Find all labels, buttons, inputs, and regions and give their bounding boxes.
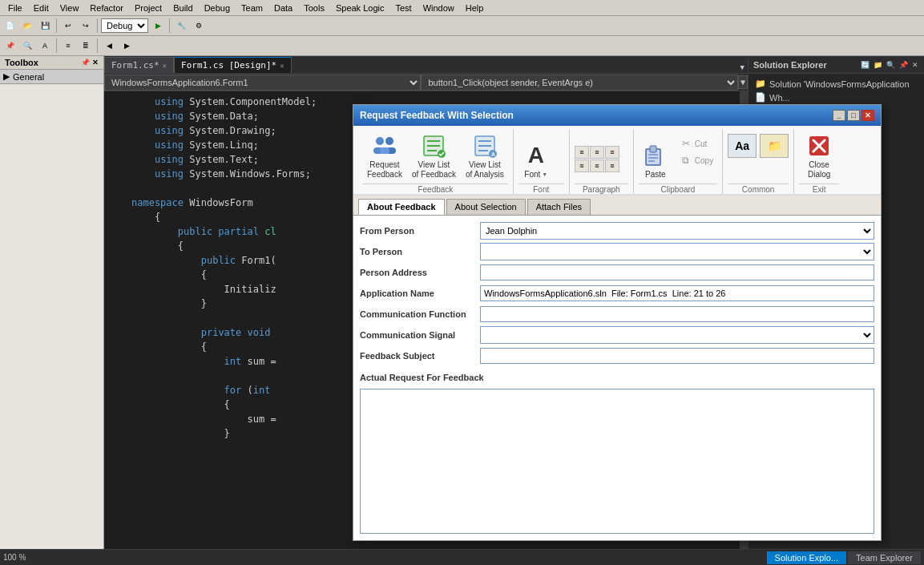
- bottom-tab-solution[interactable]: Solution Explo...: [767, 551, 847, 564]
- from-person-select[interactable]: Jean Dolphin: [480, 222, 874, 240]
- menu-speaklogic[interactable]: Speak Logic: [331, 2, 389, 14]
- debug-combo[interactable]: Debug: [101, 18, 148, 33]
- se-icon1[interactable]: 🔄: [860, 60, 870, 70]
- tab-form1-design-close[interactable]: ✕: [280, 62, 284, 70]
- tb2-btn4[interactable]: ≡: [60, 38, 76, 54]
- align-right-btn[interactable]: ≡: [605, 146, 619, 159]
- play-btn[interactable]: ▶: [150, 18, 166, 34]
- new-btn[interactable]: 📄: [2, 18, 18, 34]
- person-address-input[interactable]: [480, 264, 874, 280]
- dialog-minimize-btn[interactable]: _: [833, 110, 845, 121]
- menu-build[interactable]: Build: [168, 2, 197, 14]
- application-name-input[interactable]: [480, 285, 874, 301]
- svg-text:A: A: [491, 151, 495, 157]
- actual-request-textarea-row: [360, 389, 874, 534]
- to-person-row: To Person: [360, 243, 874, 260]
- menu-data[interactable]: Data: [269, 2, 297, 14]
- open-btn[interactable]: 📂: [19, 18, 35, 34]
- actual-request-textarea[interactable]: [360, 389, 874, 534]
- application-name-label: Application Name: [360, 289, 480, 298]
- se-item-solution[interactable]: 📁 Solution 'WindowsFormsApplication: [752, 77, 921, 91]
- se-icon3[interactable]: 🔍: [886, 60, 896, 70]
- undo-btn[interactable]: ↩: [60, 18, 76, 34]
- close-dialog-btn[interactable]: Close Dialog: [799, 131, 839, 182]
- font-btn[interactable]: A Font ▼: [518, 131, 554, 182]
- menu-file[interactable]: File: [3, 2, 27, 14]
- ribbon-feedback-buttons: Request Feedback: [363, 131, 508, 182]
- view-list-feedback-label: View List of Feedback: [412, 160, 456, 180]
- menu-tools[interactable]: Tools: [299, 2, 329, 14]
- ribbon-para-group-label: Paragraph: [575, 184, 628, 194]
- menu-test[interactable]: Test: [390, 2, 416, 14]
- menu-help[interactable]: Help: [461, 2, 489, 14]
- tb2-btn7[interactable]: ▶: [119, 38, 135, 54]
- menu-view[interactable]: View: [55, 2, 84, 14]
- dialog-maximize-btn[interactable]: □: [847, 110, 860, 121]
- view-list-feedback-icon: [421, 133, 446, 159]
- request-feedback-btn[interactable]: Request Feedback: [363, 131, 406, 182]
- align-left-btn[interactable]: ≡: [575, 146, 589, 159]
- se-item-wh[interactable]: 📄 Wh...: [752, 91, 921, 104]
- tab-about-feedback[interactable]: About Feedback: [358, 199, 445, 215]
- tab-form1cs-close[interactable]: ✕: [163, 62, 167, 70]
- tab-attach-files[interactable]: Attach Files: [527, 199, 591, 215]
- to-person-select[interactable]: [480, 243, 874, 260]
- tab-form1-design[interactable]: Form1.cs [Design]* ✕: [174, 57, 292, 73]
- cut-btn[interactable]: ✂ Cut: [676, 135, 717, 151]
- toolbox-pin-icon[interactable]: 📌: [81, 59, 90, 67]
- tb2-btn1[interactable]: 📌: [2, 38, 18, 54]
- nav-method-combo[interactable]: button1_Click(object sender, EventArgs e…: [421, 75, 737, 91]
- nav-dropdown-icon[interactable]: ▼: [738, 75, 748, 89]
- menu-team[interactable]: Team: [236, 2, 268, 14]
- toolbox-title: Toolbox: [5, 58, 38, 67]
- align-center-btn[interactable]: ≡: [590, 146, 604, 159]
- view-list-analysis-btn[interactable]: A View List of Analysis: [462, 131, 508, 182]
- bottom-tabs: Solution Explo... Team Explorer: [767, 551, 921, 564]
- bottom-tab-team[interactable]: Team Explorer: [848, 551, 921, 564]
- copy-btn[interactable]: ⧉ Copy: [676, 152, 717, 168]
- from-person-label: From Person: [360, 226, 480, 236]
- dialog-close-btn[interactable]: ✕: [861, 110, 874, 121]
- list-btn[interactable]: ≡: [605, 159, 619, 172]
- view-list-feedback-btn[interactable]: View List of Feedback: [408, 131, 460, 182]
- feedback-subject-input[interactable]: [480, 348, 874, 364]
- toolbox-general-section[interactable]: ▶ General: [0, 70, 103, 84]
- toolbar-btn2[interactable]: ⚙: [191, 18, 207, 34]
- communication-function-input[interactable]: [480, 306, 874, 322]
- menu-window[interactable]: Window: [418, 2, 459, 14]
- menu-edit[interactable]: Edit: [29, 2, 54, 14]
- cut-icon: ✂: [680, 137, 692, 150]
- request-feedback-label: Request Feedback: [367, 160, 402, 180]
- tab-bar: Form1.cs* ✕ Form1.cs [Design]* ✕ ▼: [104, 56, 748, 74]
- tb2-btn5[interactable]: ≣: [78, 38, 94, 54]
- se-icon2[interactable]: 📁: [873, 60, 883, 70]
- communication-signal-select[interactable]: [480, 326, 874, 344]
- nav-class-combo[interactable]: WindowsFormsApplication6.Form1: [104, 75, 421, 91]
- menu-project[interactable]: Project: [130, 2, 167, 14]
- person-address-label: Person Address: [360, 268, 480, 277]
- se-pin-icon[interactable]: 📌: [898, 60, 909, 70]
- tb2-btn6[interactable]: ◀: [101, 38, 117, 54]
- outdent-btn[interactable]: ≡: [590, 159, 604, 172]
- tb2-btn3[interactable]: A: [37, 38, 53, 54]
- tab-form1cs[interactable]: Form1.cs* ✕: [104, 57, 174, 73]
- toolbar-btn1[interactable]: 🔧: [173, 18, 189, 34]
- ribbon-group-exit: Close Dialog Exit: [794, 129, 844, 194]
- indent-btn[interactable]: ≡: [575, 159, 589, 172]
- actual-request-label-row: Actual Request For Feedback: [360, 368, 874, 385]
- folder-icon-btn[interactable]: 📁: [760, 134, 789, 158]
- save-btn[interactable]: 💾: [37, 18, 53, 34]
- common-icons: Aa 📁: [728, 134, 789, 182]
- menu-refactor[interactable]: Refactor: [85, 2, 128, 14]
- se-close-icon[interactable]: ✕: [911, 60, 919, 70]
- dialog-tabs: About Feedback About Selection Attach Fi…: [353, 196, 881, 216]
- menu-debug[interactable]: Debug: [200, 2, 235, 14]
- paste-btn[interactable]: Paste: [639, 131, 672, 182]
- ribbon-toolbar: Request Feedback: [353, 126, 881, 194]
- tab-about-selection[interactable]: About Selection: [446, 199, 526, 215]
- tb2-btn2[interactable]: 🔍: [19, 38, 35, 54]
- redo-btn[interactable]: ↪: [78, 18, 94, 34]
- para-row2: ≡ ≡ ≡: [575, 159, 619, 172]
- abc-btn[interactable]: Aa: [728, 134, 757, 158]
- toolbox-close-icon[interactable]: ✕: [92, 59, 99, 67]
